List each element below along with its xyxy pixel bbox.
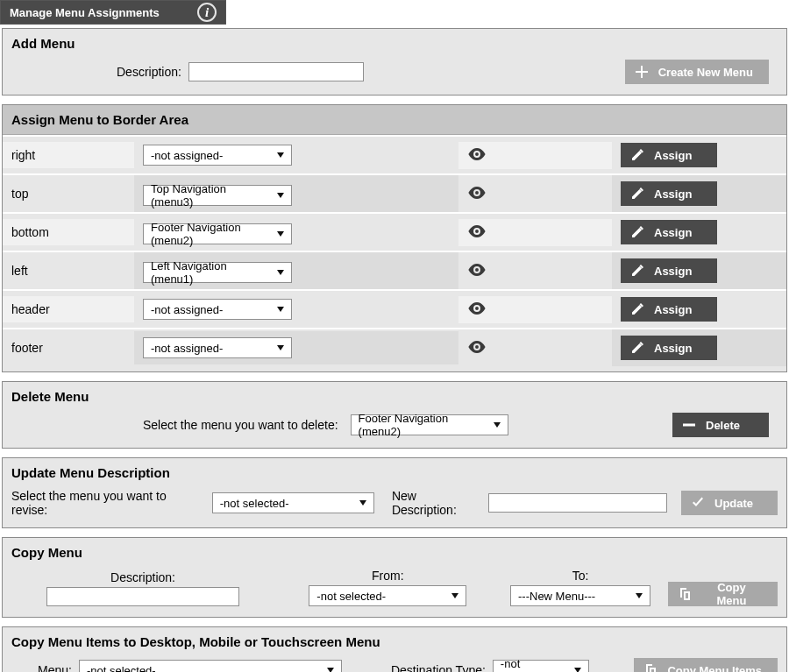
assign-menu-selected: -not assigned- [151, 303, 223, 316]
delete-menu-select[interactable]: Footer Navigation (menu2) [351, 414, 508, 435]
assign-button-label: Assign [654, 265, 692, 278]
assign-area-label: right [3, 142, 134, 168]
assign-row: footer -not assigned- Assign [3, 328, 786, 366]
update-new-description-label: New Description: [392, 489, 481, 517]
copy-menu-button[interactable]: Copy Menu [668, 582, 778, 606]
create-new-menu-button[interactable]: Create New Menu [625, 60, 769, 84]
assign-button-label: Assign [654, 226, 692, 239]
svg-point-1 [475, 191, 479, 195]
eye-icon[interactable] [467, 342, 487, 356]
update-menu-selected: -not selected- [220, 497, 289, 510]
assign-button-label: Assign [654, 303, 692, 316]
svg-point-5 [475, 345, 479, 349]
update-menu-select[interactable]: -not selected- [212, 492, 374, 513]
pencil-icon [629, 224, 645, 240]
update-new-description-input[interactable] [488, 493, 667, 513]
pencil-icon [629, 186, 645, 202]
chevron-down-icon [277, 270, 284, 275]
eye-icon[interactable] [467, 149, 487, 163]
assign-button-label: Assign [654, 149, 692, 162]
add-menu-title: Add Menu [11, 36, 778, 51]
copy-items-panel: Copy Menu Items to Desktop, Mobile or To… [2, 626, 787, 672]
pencil-icon [629, 301, 645, 317]
assign-button[interactable]: Assign [621, 336, 717, 360]
assign-area-label: footer [3, 335, 134, 361]
assign-area-label: top [3, 180, 134, 207]
assign-button-label: Assign [654, 187, 692, 201]
update-button[interactable]: Update [681, 491, 778, 515]
chevron-down-icon [277, 345, 284, 350]
assign-menu-selected: -not assigned- [151, 342, 223, 355]
chevron-down-icon [359, 500, 366, 506]
copy-to-select[interactable]: ---New Menu--- [510, 585, 650, 606]
delete-button[interactable]: Delete [672, 413, 769, 437]
copy-from-select[interactable]: -not selected- [309, 585, 466, 606]
assign-row: bottom Footer Navigation (menu2) Assign [3, 212, 786, 251]
assign-menu-selected: -not assigned- [151, 149, 223, 162]
add-menu-panel: Add Menu Description: Create New Menu [2, 28, 787, 95]
minus-icon [681, 417, 697, 433]
copy-menu-items-button[interactable]: Copy Menu Items [634, 658, 778, 672]
plus-icon [634, 64, 650, 80]
assign-menu-selected: Footer Navigation (menu2) [151, 221, 268, 247]
assign-menu-select[interactable]: Left Navigation (menu1) [143, 262, 292, 283]
assign-row: left Left Navigation (menu1) Assign [3, 251, 786, 289]
create-new-menu-label: Create New Menu [658, 66, 753, 79]
copy-items-menu-select[interactable]: -not selected- [79, 660, 342, 672]
copy-menu-button-label: Copy Menu [701, 581, 762, 607]
chevron-down-icon [494, 422, 501, 428]
assign-menu-select[interactable]: -not assigned- [143, 145, 292, 166]
eye-icon[interactable] [467, 265, 487, 279]
pencil-icon [629, 147, 645, 163]
chevron-down-icon [277, 193, 284, 198]
copy-items-menu-label: Menu: [38, 663, 72, 672]
chevron-down-icon [327, 668, 334, 672]
check-icon [690, 495, 706, 511]
delete-menu-title: Delete Menu [11, 389, 778, 404]
add-menu-description-input[interactable] [188, 62, 364, 81]
assign-button[interactable]: Assign [621, 181, 717, 206]
copy-description-input[interactable] [46, 587, 239, 606]
assign-button-label: Assign [654, 342, 692, 355]
eye-icon[interactable] [467, 187, 487, 202]
assign-menu-select[interactable]: Top Navigation (menu3) [143, 185, 292, 206]
copy-menu-title: Copy Menu [11, 545, 778, 560]
add-menu-description-label: Description: [117, 65, 181, 79]
assign-area-label: left [3, 258, 134, 284]
assign-menu-select[interactable]: -not assigned- [143, 299, 292, 320]
copy-icon [677, 586, 693, 602]
update-menu-title: Update Menu Description [11, 465, 778, 480]
copy-items-dest-label: Destination Type: [391, 663, 486, 672]
assign-row: top Top Navigation (menu3) Assign [3, 173, 786, 212]
assign-menu-select[interactable]: -not assigned- [143, 337, 292, 358]
assign-menu-selected: Top Navigation (menu3) [151, 182, 268, 209]
chevron-down-icon [277, 307, 284, 312]
copy-description-label: Description: [110, 570, 175, 584]
assign-menu-select[interactable]: Footer Navigation (menu2) [143, 223, 292, 244]
update-menu-prompt: Select the menu you want to revise: [11, 489, 200, 517]
copy-items-dest-select[interactable]: -not selected- [493, 660, 589, 672]
assign-row: header -not assigned- Assign [3, 289, 786, 328]
eye-icon[interactable] [467, 226, 487, 240]
chevron-down-icon [277, 231, 284, 237]
svg-point-4 [475, 307, 479, 310]
copy-from-label: From: [372, 569, 404, 583]
assign-row: right -not assigned- Assign [3, 135, 786, 173]
copy-items-title: Copy Menu Items to Desktop, Mobile or To… [11, 634, 778, 649]
svg-point-0 [475, 152, 479, 156]
copy-menu-items-button-label: Copy Menu Items [667, 664, 762, 673]
copy-items-menu-selected: -not selected- [87, 664, 156, 673]
info-icon[interactable]: i [197, 3, 217, 22]
assign-rows: right -not assigned- Assign top To [3, 135, 786, 366]
eye-icon[interactable] [467, 303, 487, 317]
update-button-label: Update [714, 497, 753, 510]
copy-to-selected: ---New Menu--- [518, 590, 595, 603]
chevron-down-icon [277, 152, 284, 158]
assign-button[interactable]: Assign [621, 143, 717, 167]
update-menu-panel: Update Menu Description Select the menu … [2, 457, 787, 528]
assign-button[interactable]: Assign [621, 297, 717, 322]
assign-button[interactable]: Assign [621, 258, 717, 283]
chevron-down-icon [451, 593, 458, 598]
delete-button-label: Delete [706, 419, 740, 432]
assign-button[interactable]: Assign [621, 220, 717, 244]
